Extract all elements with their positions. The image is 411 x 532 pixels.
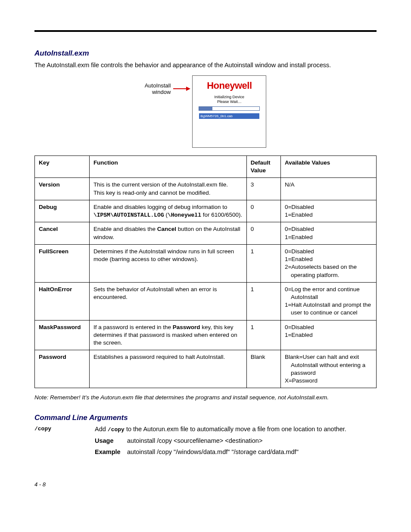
intro-paragraph: The AutoInstall.exm file controls the be… — [34, 61, 377, 69]
cell-default: 1 — [246, 320, 280, 350]
example-label: Example — [95, 448, 127, 455]
figure-callout: AutoInstall window — [145, 82, 171, 96]
table-row: VersionThis is the current version of th… — [35, 178, 377, 200]
cell-key: HaltOnError — [35, 282, 90, 320]
note-label: Note: — [34, 394, 48, 401]
table-row: HaltOnErrorSets the behavior of AutoInst… — [35, 282, 377, 320]
table-header-row: Key Function Default Value Available Val… — [35, 156, 377, 177]
cell-function: Determines if the AutoInstall window run… — [89, 244, 246, 282]
svg-marker-1 — [186, 87, 190, 91]
cell-avail: 0=Disabled1=Enabled — [280, 222, 376, 244]
table-body: VersionThis is the current version of th… — [35, 178, 377, 388]
cell-avail: 0=Disabled1=Enabled — [280, 200, 376, 222]
callout-line2: window — [152, 89, 171, 95]
example-value: autoinstall /copy "/windows/data.mdf" "/… — [127, 448, 377, 455]
cell-avail: 0=Log the error and continue AutoInstall… — [280, 282, 376, 320]
section-heading-cmdline: Command Line Arguments — [34, 414, 377, 422]
cmd-name: /copy — [34, 426, 95, 432]
usage-row: Usage autoinstall /copy <sourcefilename>… — [95, 437, 377, 444]
cell-key: Debug — [35, 200, 90, 222]
cell-key: Cancel — [35, 222, 90, 244]
cell-default: 1 — [246, 244, 280, 282]
cell-avail: Blank=User can halt and exit AutoInstall… — [280, 350, 376, 388]
cell-default: 3 — [246, 178, 280, 200]
note-text: Remember! It's the Autorun.exm file that… — [50, 394, 329, 401]
section-heading-autoinstall: AutoInstall.exm — [34, 49, 377, 58]
table-row: FullScreenDetermines if the AutoInstall … — [35, 244, 377, 282]
th-default: Default Value — [246, 156, 280, 177]
cell-key: MaskPassword — [35, 320, 90, 350]
cell-function: Sets the behavior of AutoInstall when an… — [89, 282, 246, 320]
usage-label: Usage — [95, 437, 127, 444]
cab-filename: BgWM5726_0b1.cab — [199, 113, 259, 119]
th-available: Available Values — [280, 156, 376, 177]
figure-wrap: AutoInstall window Honeywell Initializin… — [34, 75, 377, 148]
cell-function: Enable and disables the Cancel button on… — [89, 222, 246, 244]
parameters-table: Key Function Default Value Available Val… — [34, 156, 377, 388]
honeywell-logo: Honeywell — [207, 80, 252, 91]
th-function: Function — [89, 156, 246, 177]
usage-value: autoinstall /copy <sourcefilename> <dest… — [127, 437, 377, 444]
page-number: 4 - 8 — [34, 481, 377, 488]
cell-key: Version — [35, 178, 90, 200]
table-row: PasswordEstablishes a password required … — [35, 350, 377, 388]
autoinstall-window: Honeywell Initializing Device Please Wai… — [192, 75, 266, 148]
table-row: MaskPasswordIf a password is entered in … — [35, 320, 377, 350]
th-key: Key — [35, 156, 90, 177]
cmd-desc: Add /copy to the Autorun.exm file to aut… — [95, 426, 377, 433]
cell-function: This is the current version of the AutoI… — [89, 178, 246, 200]
cell-avail: 0=Disabled1=Enabled2=Autoselects based o… — [280, 244, 376, 282]
example-row: Example autoinstall /copy "/windows/data… — [95, 448, 377, 455]
callout-line1: AutoInstall — [145, 82, 171, 89]
cell-default: Blank — [246, 350, 280, 388]
cell-default: 0 — [246, 222, 280, 244]
note-line: Note: Remember! It's the Autorun.exm fil… — [34, 394, 377, 401]
cell-avail: N/A — [280, 178, 376, 200]
cell-function: If a password is entered in the Password… — [89, 320, 246, 350]
cell-default: 0 — [246, 200, 280, 222]
cell-function: Enable and disables logging of debug inf… — [89, 200, 246, 222]
cell-function: Establishes a password required to halt … — [89, 350, 246, 388]
cmdline-row: /copy Add /copy to the Autorun.exm file … — [34, 426, 377, 433]
arrow-icon — [173, 86, 190, 92]
table-row: CancelEnable and disables the Cancel but… — [35, 222, 377, 244]
cell-key: Password — [35, 350, 90, 388]
cell-default: 1 — [246, 282, 280, 320]
top-rule — [34, 30, 377, 32]
cell-avail: 0=Disabled1=Enabled — [280, 320, 376, 350]
window-status-text: Initializing Device Please Wait… — [215, 95, 245, 104]
cell-key: FullScreen — [35, 244, 90, 282]
figure: AutoInstall window Honeywell Initializin… — [145, 75, 267, 148]
progress-bar — [199, 106, 260, 111]
table-row: DebugEnable and disables logging of debu… — [35, 200, 377, 222]
